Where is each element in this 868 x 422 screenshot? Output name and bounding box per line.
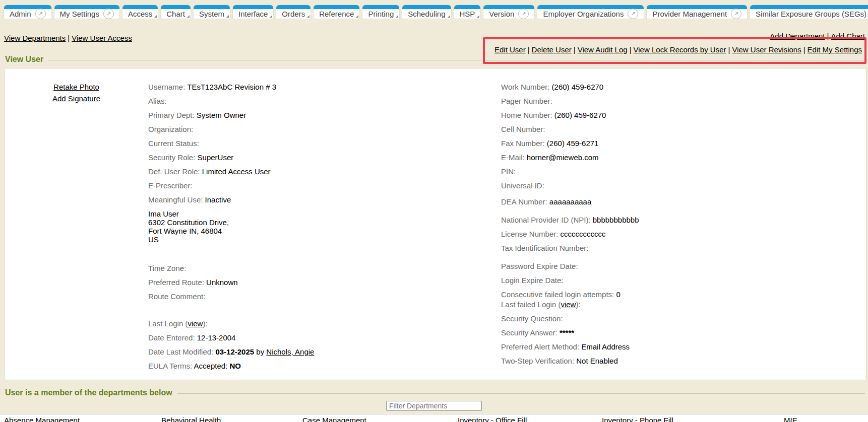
text-segment: System Owner <box>195 111 246 119</box>
separator: | <box>574 45 576 54</box>
dropdown-corner-icon <box>448 15 450 18</box>
nav-tab[interactable]: Printing <box>362 5 399 19</box>
detail-row: Login Expire Date: <box>501 276 866 285</box>
user-action-links-row: |Edit User|Delete User|View Audit Log|Vi… <box>494 45 862 54</box>
nav-tab-label: Version <box>489 10 514 18</box>
detail-row: E-Prescriber: <box>148 181 501 190</box>
open-new-window-icon[interactable]: ↗ <box>35 9 46 19</box>
nav-tab-label: Similar Exposure Groups (SEGs) <box>756 10 866 18</box>
text-segment: Alias: <box>148 97 167 105</box>
inline-link[interactable]: view <box>188 319 203 328</box>
inline-link[interactable]: Nichols, Angie <box>266 347 314 356</box>
department-item: Inventory - Phone Fill <box>602 416 784 422</box>
dropdown-corner-icon <box>477 15 479 18</box>
separator: | <box>68 34 70 42</box>
nav-tab[interactable]: Admin ↗ <box>4 5 51 19</box>
separator: | <box>827 32 829 40</box>
detail-row: Username: TEsT123AbC Revision # 3 <box>148 83 501 92</box>
nav-tab-label: HSP <box>460 10 475 18</box>
text-segment: SuperUser <box>195 153 233 162</box>
address-line: Fort Wayne IN, 46804 <box>148 227 501 235</box>
text-segment: DEA Number: <box>501 197 547 206</box>
toolbar-link[interactable]: View User Access <box>72 34 132 42</box>
text-segment: 0 <box>614 290 621 299</box>
open-new-window-icon[interactable]: ↗ <box>731 9 741 19</box>
open-new-window-icon[interactable]: ↗ <box>628 9 638 19</box>
nav-tab-label: Admin <box>10 10 31 18</box>
nav-tab[interactable]: Orders <box>276 5 311 19</box>
nav-tab[interactable]: Employer Organizations ↗ <box>537 5 644 19</box>
nav-tab[interactable]: Scheduling <box>402 5 451 19</box>
detail-row: National Provider ID (NPI): bbbbbbbbbbb <box>501 216 866 225</box>
user-action-link[interactable]: Delete User <box>532 45 572 54</box>
dropdown-corner-icon <box>187 15 190 18</box>
nav-tab[interactable]: Similar Exposure Groups (SEGs) ↗ <box>750 5 868 19</box>
dropdown-corner-icon <box>396 15 398 18</box>
text-segment: Date Last Modified: <box>148 347 213 356</box>
text-segment: Cell Number: <box>501 125 545 133</box>
toolbar-link[interactable]: View Departments <box>4 34 66 42</box>
detail-row: Date Last Modified: 03-12-2025 by Nichol… <box>148 347 501 357</box>
view-user-heading: View User <box>5 54 865 65</box>
text-segment: Preferred Alert Method: <box>501 342 579 351</box>
detail-row: Home Number: (260) 459-6270 <box>501 111 866 120</box>
open-new-window-icon[interactable]: ↗ <box>518 9 529 19</box>
nav-tab-label: System <box>199 10 224 18</box>
nav-tab[interactable]: HSP <box>454 5 481 19</box>
nav-tab[interactable]: Provider Management ↗ <box>647 5 747 19</box>
user-details-right-column: Work Number: (260) 459-6270Pager Number:… <box>501 82 866 380</box>
detail-row: Universal ID: <box>501 181 866 190</box>
nav-tab[interactable]: Interface <box>233 5 273 19</box>
text-segment: Two-Step Verification: <box>501 357 574 365</box>
filter-departments-input[interactable] <box>386 401 482 411</box>
text-segment: aaaaaaaaaa <box>547 197 592 206</box>
nav-tab[interactable]: Access <box>122 5 158 19</box>
department-item: MIE <box>784 416 868 422</box>
nav-tab-label: Scheduling <box>408 10 445 18</box>
detail-row: Ima User6302 Constitution Drive,Fort Way… <box>148 209 501 244</box>
nav-tab-label: Interface <box>238 10 268 18</box>
photo-action-link[interactable]: Retake Photo <box>5 83 148 91</box>
detail-row: Primary Dept: System Owner <box>148 111 501 120</box>
detail-row: Security Question: <box>501 314 866 323</box>
user-action-link[interactable]: View User Revisions <box>732 45 801 54</box>
nav-tab-label: Reference <box>319 10 354 18</box>
detail-row: Date Entered: 12-13-2004 <box>148 333 501 342</box>
text-segment: Fax Number: <box>501 139 545 148</box>
inline-link[interactable]: view <box>561 300 576 309</box>
page-title: View User <box>5 55 43 64</box>
detail-row: EULA Terms: Accepted: NO <box>148 362 501 371</box>
detail-row: Fax Number: (260) 459-6271 <box>501 139 866 148</box>
dropdown-corner-icon <box>226 15 229 18</box>
text-segment: (260) 459-6270 <box>549 83 603 91</box>
detail-row: Meaningful Use: Inactive <box>148 195 501 204</box>
detail-row: Security Role: SuperUser <box>148 153 501 162</box>
user-action-link[interactable]: Edit My Settings <box>808 45 862 54</box>
user-action-link[interactable]: View Audit Log <box>578 45 628 54</box>
user-action-link[interactable]: View Lock Records by User <box>634 45 726 54</box>
text-segment: E-Mail: <box>501 153 525 162</box>
user-action-link[interactable]: Edit User <box>494 45 526 54</box>
nav-tab[interactable]: System <box>194 5 230 19</box>
open-new-window-icon[interactable]: ↗ <box>103 9 114 19</box>
nav-tab[interactable]: My Settings ↗ <box>54 5 119 19</box>
text-segment: Limited Access User <box>200 167 271 176</box>
toolbar-link[interactable]: Add Chart <box>831 32 865 40</box>
departments-list: Absence ManagementBehavioral HealthCase … <box>0 414 868 422</box>
text-segment: ***** <box>557 328 574 337</box>
nav-tab[interactable]: Chart <box>161 5 191 19</box>
photo-action-link[interactable]: Add Signature <box>5 94 148 103</box>
detail-row: Work Number: (260) 459-6270 <box>501 83 866 92</box>
dropdown-corner-icon <box>154 15 157 18</box>
detail-row: Time Zone: <box>148 264 501 273</box>
text-segment: Security Answer: <box>501 328 557 337</box>
text-segment: Login Expire Date: <box>501 276 563 285</box>
text-segment: Consecutive failed login attempts: <box>501 290 614 299</box>
top-nav: Admin ↗ My Settings ↗ Access Chart Syste… <box>0 0 868 23</box>
detail-row: Cell Number: <box>501 125 866 134</box>
toolbar-link[interactable]: Add Department <box>770 32 825 40</box>
nav-tab[interactable]: Version ↗ <box>483 5 534 19</box>
text-segment: E-Prescriber: <box>148 181 193 190</box>
detail-row: Last Login (view): <box>148 319 501 328</box>
nav-tab[interactable]: Reference <box>314 5 359 19</box>
